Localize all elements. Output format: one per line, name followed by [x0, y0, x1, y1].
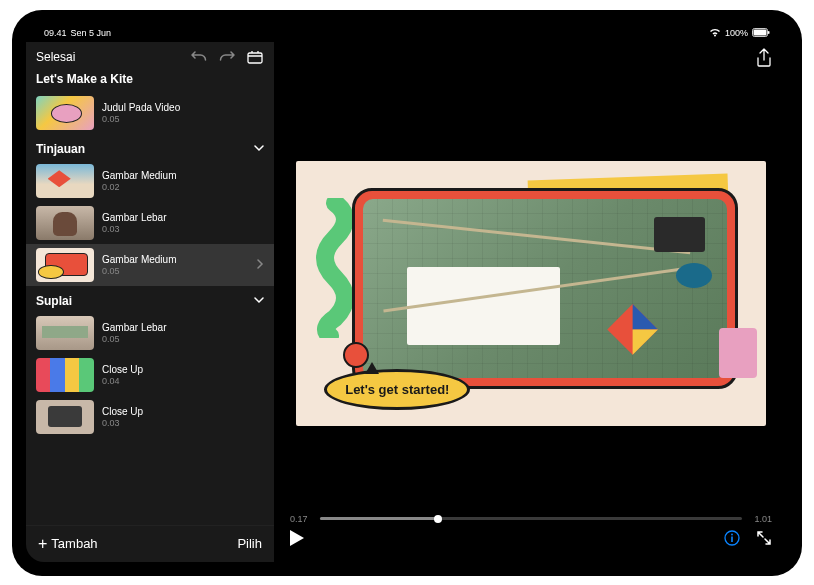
main-area: Selesai Let's Make a Kite	[26, 42, 788, 562]
chevron-right-icon	[257, 258, 264, 272]
clip-thumbnail	[36, 400, 94, 434]
clip-duration: 0.03	[102, 418, 264, 428]
decoration-pink	[719, 328, 757, 378]
playback-controls: 0.17 1.01	[274, 508, 788, 562]
add-button[interactable]: + Tambah	[38, 536, 98, 552]
sidebar-header: Selesai	[26, 42, 274, 68]
clip-item-selected[interactable]: Gambar Medium 0.05	[26, 244, 274, 286]
time-current: 0.17	[290, 514, 312, 524]
status-time: 09.41	[44, 28, 67, 38]
clip-duration: 0.04	[102, 376, 264, 386]
clip-item[interactable]: Close Up 0.04	[26, 354, 274, 396]
battery-icon	[752, 28, 770, 37]
time-total: 1.01	[750, 514, 772, 524]
photo-content	[363, 199, 726, 378]
clip-name: Gambar Lebar	[102, 322, 264, 333]
add-label: Tambah	[51, 536, 97, 551]
svg-rect-2	[768, 31, 770, 34]
playhead[interactable]	[434, 515, 442, 523]
clip-item[interactable]: Close Up 0.03	[26, 396, 274, 438]
section-title: Suplai	[36, 294, 72, 308]
preview-header	[274, 42, 788, 70]
status-bar: 09.41 Sen 5 Jun 100%	[26, 24, 788, 42]
clip-item[interactable]: Gambar Lebar 0.05	[26, 312, 274, 354]
clip-thumbnail	[36, 164, 94, 198]
svg-rect-3	[248, 53, 262, 63]
plus-icon: +	[38, 536, 47, 552]
section-title: Tinjauan	[36, 142, 85, 156]
section-header-tinjauan[interactable]: Tinjauan	[26, 134, 274, 160]
redo-button[interactable]	[218, 48, 236, 66]
svg-rect-10	[731, 536, 733, 542]
project-title: Let's Make a Kite	[26, 68, 274, 92]
preview-viewport: Let's get started!	[274, 70, 788, 508]
clip-name: Close Up	[102, 364, 264, 375]
ipad-device-frame: ••• 09.41 Sen 5 Jun 100% Selesai	[12, 10, 802, 576]
info-button[interactable]	[724, 530, 740, 550]
clip-duration: 0.02	[102, 182, 264, 192]
select-button[interactable]: Pilih	[237, 536, 262, 551]
clip-duration: 0.05	[102, 266, 249, 276]
clip-thumbnail	[36, 206, 94, 240]
photo-frame	[352, 188, 737, 389]
clip-duration: 0.05	[102, 334, 264, 344]
svg-marker-7	[290, 530, 304, 546]
svg-rect-1	[754, 30, 767, 36]
clip-list[interactable]: Judul Pada Video 0.05 Tinjauan Gam	[26, 92, 274, 525]
clip-item[interactable]: Gambar Lebar 0.03	[26, 202, 274, 244]
done-button[interactable]: Selesai	[36, 50, 75, 64]
chevron-down-icon	[254, 295, 264, 306]
clip-name: Close Up	[102, 406, 264, 417]
undo-button[interactable]	[190, 48, 208, 66]
sidebar: Selesai Let's Make a Kite	[26, 42, 274, 562]
clip-thumbnail	[36, 316, 94, 350]
clip-item[interactable]: Gambar Medium 0.02	[26, 160, 274, 202]
clip-name: Gambar Lebar	[102, 212, 264, 223]
clip-thumbnail	[36, 96, 94, 130]
play-button[interactable]	[290, 530, 304, 550]
svg-marker-5	[632, 304, 657, 329]
sidebar-footer: + Tambah Pilih	[26, 525, 274, 562]
clip-name: Gambar Medium	[102, 254, 249, 265]
title-clip-item[interactable]: Judul Pada Video 0.05	[26, 92, 274, 134]
section-header-suplai[interactable]: Suplai	[26, 286, 274, 312]
clip-thumbnail	[36, 248, 94, 282]
timeline-scrubber[interactable]	[320, 517, 742, 520]
speech-bubble: Let's get started!	[324, 369, 470, 410]
svg-point-9	[731, 533, 733, 535]
wifi-icon	[709, 28, 721, 37]
fullscreen-button[interactable]	[756, 530, 772, 550]
screen: ••• 09.41 Sen 5 Jun 100% Selesai	[26, 24, 788, 562]
chevron-down-icon	[254, 143, 264, 154]
svg-marker-6	[632, 329, 657, 354]
preview-frame[interactable]: Let's get started!	[296, 161, 766, 425]
clip-duration: 0.05	[102, 114, 264, 124]
clip-thumbnail	[36, 358, 94, 392]
clip-name: Judul Pada Video	[102, 102, 264, 113]
storyboard-button[interactable]	[246, 48, 264, 66]
battery-percent: 100%	[725, 28, 748, 38]
clip-duration: 0.03	[102, 224, 264, 234]
status-date: Sen 5 Jun	[71, 28, 112, 38]
clip-name: Gambar Medium	[102, 170, 264, 181]
preview-area: Let's get started! 0.17 1.01	[274, 42, 788, 562]
share-button[interactable]	[756, 48, 774, 66]
